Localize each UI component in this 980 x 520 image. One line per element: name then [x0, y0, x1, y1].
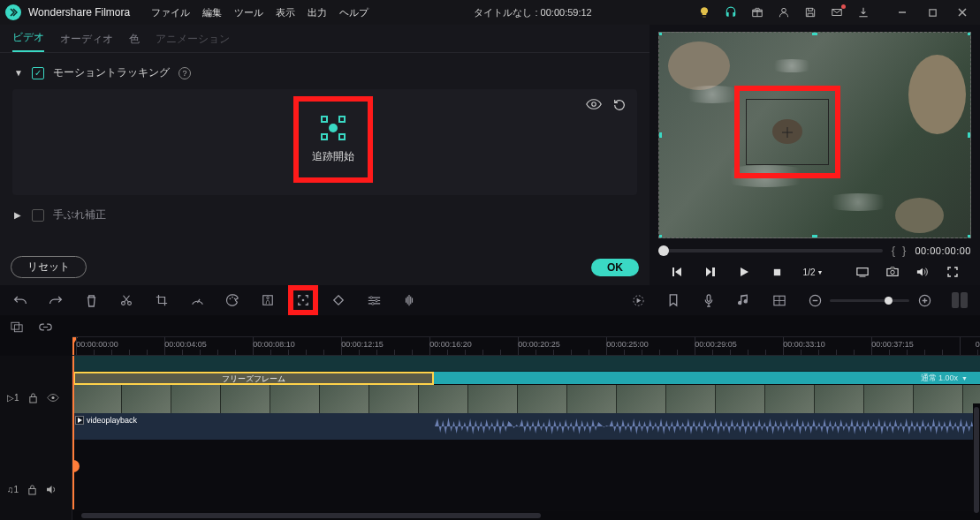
zoom-in-icon[interactable] — [916, 292, 932, 308]
adjust-icon[interactable] — [366, 292, 382, 308]
tab-color[interactable]: 色 — [129, 32, 140, 52]
playhead-track-line[interactable] — [72, 356, 74, 509]
timeline: 00:00:00:0000:00:04:0500:00:08:1000:00:1… — [0, 315, 980, 520]
visibility-icon[interactable] — [47, 393, 59, 403]
resize-handle[interactable] — [812, 32, 817, 35]
gift-icon[interactable] — [750, 5, 764, 19]
render-preview-icon[interactable] — [630, 292, 646, 308]
step-back-icon[interactable] — [669, 264, 685, 280]
menu-tool[interactable]: ツール — [234, 6, 263, 19]
freeze-frame-clip[interactable]: フリーズフレーム — [73, 372, 434, 385]
crop-icon[interactable] — [154, 292, 170, 308]
resize-handle[interactable] — [658, 32, 662, 35]
preview-eye-icon[interactable] — [586, 98, 602, 110]
mark-out-icon[interactable]: } — [902, 244, 906, 257]
account-icon[interactable] — [777, 5, 791, 19]
stop-icon[interactable] — [770, 264, 786, 280]
snapshot-icon[interactable] — [885, 264, 900, 280]
help-icon[interactable]: ? — [179, 67, 191, 79]
start-tracking-button[interactable]: 追跡開始 — [312, 149, 354, 164]
tips-icon[interactable] — [697, 5, 711, 19]
svg-point-5 — [891, 270, 894, 274]
resize-handle[interactable] — [968, 132, 971, 138]
keyframe-icon[interactable] — [330, 292, 346, 308]
tracking-target-icon[interactable] — [321, 116, 346, 140]
redo-icon[interactable] — [48, 292, 64, 308]
reset-tracking-icon[interactable] — [612, 98, 627, 112]
preview-seek-slider[interactable] — [658, 249, 883, 252]
reset-button[interactable]: リセット — [11, 256, 87, 278]
video-clip[interactable]: videoplayback — [72, 385, 980, 413]
color-icon[interactable] — [224, 292, 240, 308]
playback-speed[interactable]: 1/2▼ — [803, 268, 824, 277]
marker-track[interactable] — [72, 356, 980, 372]
fullscreen-icon[interactable] — [945, 264, 961, 280]
menu-edit[interactable]: 編集 — [202, 6, 222, 19]
audio-mixer-icon[interactable] — [401, 292, 417, 308]
resize-handle[interactable] — [968, 32, 971, 35]
timeline-h-scrollbar[interactable] — [72, 511, 980, 520]
ok-button[interactable]: OK — [591, 259, 639, 276]
tab-animation[interactable]: アニメーション — [156, 32, 230, 52]
resize-handle[interactable] — [812, 235, 817, 238]
video-track-label: ▷1 — [7, 393, 19, 403]
stabilize-checkbox[interactable]: ✓ — [32, 209, 44, 222]
support-icon[interactable] — [724, 5, 738, 19]
svg-rect-3 — [857, 268, 868, 275]
mute-icon[interactable] — [46, 485, 57, 494]
preview-viewport[interactable] — [658, 32, 971, 238]
menu-file[interactable]: ファイル — [151, 6, 190, 19]
tab-video[interactable]: ビデオ — [12, 30, 44, 52]
marker-icon[interactable] — [665, 292, 681, 308]
green-screen-icon[interactable] — [260, 292, 276, 308]
chevron-down-icon[interactable]: ▼ — [14, 68, 23, 78]
expand-track-icon[interactable] — [771, 292, 787, 308]
audio-track-header: ♫1 — [0, 474, 72, 504]
voiceover-icon[interactable] — [701, 292, 717, 308]
timeline-body[interactable]: 通常 1.00x▼ フリーズフレーム videoplayback — [72, 356, 980, 520]
chevron-right-icon[interactable]: ▶ — [14, 210, 23, 220]
undo-icon[interactable] — [12, 292, 28, 308]
display-settings-icon[interactable] — [855, 264, 870, 280]
mail-icon[interactable] — [830, 5, 844, 19]
window-close[interactable] — [950, 4, 975, 21]
tab-audio[interactable]: オーディオ — [60, 32, 113, 52]
play-pause-icon[interactable] — [703, 264, 718, 280]
download-icon[interactable] — [856, 5, 870, 19]
save-icon[interactable] — [803, 5, 817, 19]
speed-icon[interactable] — [189, 292, 205, 308]
playhead-handle[interactable] — [72, 460, 80, 472]
playhead-line[interactable] — [72, 337, 74, 355]
zoom-slider[interactable] — [830, 299, 909, 302]
menu-help[interactable]: ヘルプ — [339, 6, 368, 19]
resize-handle[interactable] — [658, 132, 662, 138]
property-tabs: ビデオ オーディオ 色 アニメーション — [0, 25, 650, 53]
lock-icon[interactable] — [28, 392, 38, 403]
motion-tracking-tool-icon[interactable] — [295, 292, 311, 308]
menu-output[interactable]: 出力 — [308, 6, 327, 19]
resize-handle[interactable] — [968, 235, 971, 238]
svg-rect-22 — [11, 322, 19, 329]
menu-view[interactable]: 表示 — [276, 6, 295, 19]
timeline-v-scrollbar[interactable] — [973, 403, 980, 511]
app-name: Wondershare Filmora — [28, 6, 130, 19]
play-icon[interactable] — [736, 264, 752, 280]
zoom-out-icon[interactable] — [807, 292, 823, 308]
timeline-view-icon[interactable] — [952, 292, 968, 308]
timeline-ruler[interactable]: 00:00:00:0000:00:04:0500:00:08:1000:00:1… — [72, 336, 980, 356]
nest-icon[interactable] — [9, 319, 25, 335]
lock-icon[interactable] — [27, 484, 37, 495]
link-icon[interactable] — [37, 319, 53, 335]
motion-tracking-checkbox[interactable]: ✓ — [32, 67, 44, 79]
volume-icon[interactable] — [915, 264, 931, 280]
clip-speed-badge[interactable]: 通常 1.00x▼ — [921, 373, 968, 384]
split-icon[interactable] — [118, 292, 134, 308]
audio-sync-icon[interactable] — [736, 292, 752, 308]
window-minimize[interactable] — [890, 4, 915, 21]
delete-icon[interactable] — [83, 292, 99, 308]
ruler-label: 00:00:16:20 — [429, 340, 472, 349]
mark-in-icon[interactable]: { — [892, 244, 895, 257]
window-maximize[interactable] — [920, 4, 945, 21]
preview-timecode: 00:00:00:00 — [915, 245, 971, 256]
resize-handle[interactable] — [658, 235, 662, 238]
